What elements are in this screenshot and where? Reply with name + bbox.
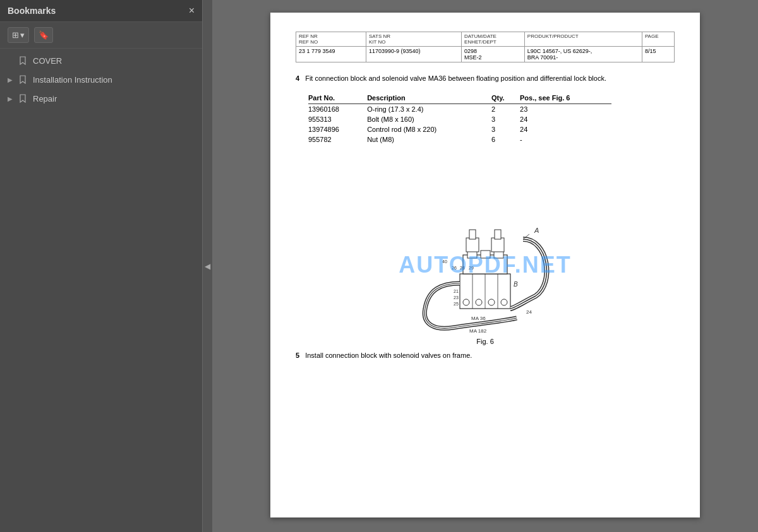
sidebar-item-repair[interactable]: ▶ Repair [0,89,202,108]
expand-icon-repair: ▶ [5,93,15,103]
diagram-num-40: 40 [442,259,447,264]
sidebar-tree: COVER ▶ Installation Instruction ▶ Repai… [0,49,202,532]
bookmark-icon-repair [18,93,28,104]
col-header-qty: Qty. [491,92,520,104]
diagram-num-28: 28 [460,266,465,270]
svg-rect-15 [495,230,501,239]
header-col4-label: PRODUKT/PRODUCT [524,32,642,47]
step4-description: Fit connection block and solenoid valve … [305,74,606,82]
svg-rect-13 [491,238,504,252]
header-col5-label: PAGE [642,32,674,47]
cell-partno: 955782 [308,134,367,145]
bookmark-icon-cover [18,55,28,66]
cell-partno: 955313 [308,114,367,124]
svg-point-5 [476,299,482,305]
svg-rect-12 [466,238,479,252]
diagram-num-21: 21 [454,289,459,293]
cell-pos: 23 [520,104,611,115]
bookmark-icon-installation [18,74,28,85]
cell-pos: - [520,134,611,145]
parts-table-row: 955313 Bolt (M8 x 160) 3 24 [308,114,611,124]
svg-point-6 [488,299,495,305]
cell-qty: 3 [491,114,520,124]
cell-pos: 24 [520,114,611,124]
header-col3-value: 0298 MSE-2 [462,47,525,62]
collapse-panel-button[interactable]: ◀ [202,0,212,532]
cell-qty: 6 [491,134,520,145]
header-col2-value: 11703990-9 (93540) [366,47,462,62]
diagram-num-24: 24 [526,309,532,315]
sidebar-title: Bookmarks [8,6,56,16]
diagram-num-29b: 29 [469,266,474,270]
header-col1-label: REF NRREF NO [296,32,366,47]
svg-rect-10 [481,251,490,258]
bookmark-icon: 🔖 [39,30,49,40]
cell-description: O-ring (17.3 x 2.4) [367,104,491,115]
step5-description: Install connection block with solenoid v… [305,352,472,359]
dropdown-arrow-icon: ▾ [20,30,25,40]
header-col2-label: SATS NRKIT NO [366,32,462,47]
header-col4-value: L90C 14567-, US 62629-,BRA 70091- [524,47,642,62]
col-header-pos: Pos., see Fig. 6 [520,92,611,104]
col-header-description: Description [367,92,491,104]
step4-text: 4 Fit connection block and solenoid valv… [296,74,675,83]
parts-table-row: 13974896 Control rod (M8 x 220) 3 24 [308,124,611,134]
header-col3-label: DATUM/DATEENHET/DEPT [462,32,525,47]
view-options-button[interactable]: ⊞ ▾ [8,27,29,43]
sidebar-label-repair: Repair [33,94,57,103]
diagram-label-b: B [514,281,518,288]
col-header-partno: Part No. [308,92,367,104]
parts-table: Part No. Description Qty. Pos., see Fig.… [308,92,611,145]
cell-pos: 24 [520,124,611,134]
header-date: 0298 [464,48,477,54]
cell-qty: 2 [491,104,520,115]
parts-table-row: 13960168 O-ring (17.3 x 2.4) 2 23 [308,104,611,115]
diagram-num-25: 25 [454,302,459,306]
cell-partno: 13974896 [308,124,367,134]
diagram-container: A B 27 29 MA 36 MA 182 24 40 26 [296,157,675,334]
header-dept: MSE-2 [464,54,482,61]
cell-qty: 3 [491,124,520,134]
diagram-label-ma36: MA 36 [471,316,486,321]
sidebar-close-button[interactable]: × [189,5,195,16]
document-header-table: REF NRREF NO SATS NRKIT NO DATUM/DATEENH… [296,32,675,62]
svg-point-7 [501,299,507,305]
header-col5-value: 8/15 [642,47,674,62]
sidebar-label-installation: Installation Instruction [33,75,112,85]
cell-partno: 13960168 [308,104,367,115]
diagram-label-a: A [534,227,539,234]
sidebar-item-cover[interactable]: COVER [0,51,202,70]
step5-number: 5 [296,352,299,359]
figure-label: Fig. 6 [296,338,675,345]
bookmark-add-button[interactable]: 🔖 [34,27,53,43]
sidebar: Bookmarks × ⊞ ▾ 🔖 COVER ▶ [0,0,202,532]
fig-label-text: Fig. 6 [476,338,494,345]
step5-text: 5 Install connection block with solenoid… [296,352,675,359]
cell-description: Nut (M8) [367,134,491,145]
main-content-area: AUTOPDF.NET REF NRREF NO SATS NRKIT NO D… [212,0,758,532]
step4-number: 4 [296,74,299,82]
expand-icon-installation: ▶ [5,74,15,85]
sidebar-toolbar: ⊞ ▾ 🔖 [0,22,202,49]
expand-placeholder-icon [5,56,15,66]
diagram-num-23: 23 [454,295,459,300]
header-col1-value: 23 1 779 3549 [296,47,366,62]
svg-rect-14 [469,230,476,239]
document-page: AUTOPDF.NET REF NRREF NO SATS NRKIT NO D… [270,13,700,517]
sidebar-label-cover: COVER [33,56,62,66]
sidebar-item-installation[interactable]: ▶ Installation Instruction [0,70,202,89]
svg-point-4 [463,299,469,305]
diagram-label-ma182: MA 182 [469,328,487,334]
diagram-num-26: 26 [452,266,457,270]
parts-table-row: 955782 Nut (M8) 6 - [308,134,611,145]
technical-diagram: A B 27 29 MA 36 MA 182 24 40 26 [397,157,574,334]
chevron-left-icon: ◀ [205,262,210,271]
cell-description: Bolt (M8 x 160) [367,114,491,124]
sidebar-header: Bookmarks × [0,0,202,22]
list-icon: ⊞ [12,30,19,40]
cell-description: Control rod (M8 x 220) [367,124,491,134]
